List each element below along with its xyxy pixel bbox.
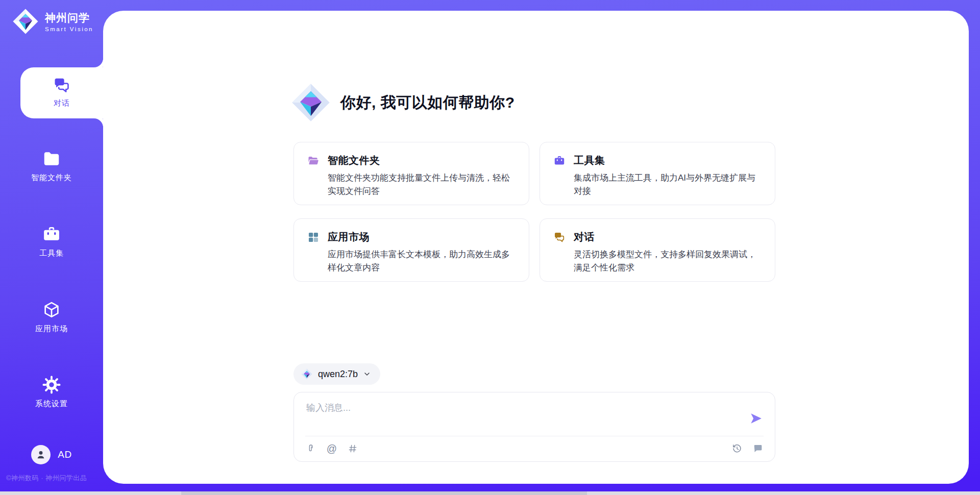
sidebar-item-label: 系统设置 xyxy=(35,399,68,409)
brand-logo-icon xyxy=(11,7,40,36)
card-description: 应用市场提供丰富长文本模板，助力高效生成多样化文章内容 xyxy=(328,248,517,274)
send-icon[interactable] xyxy=(749,412,763,425)
sidebar-item-settings[interactable]: 系统设置 xyxy=(0,375,103,409)
sidebar: 神州问学 Smart Vision 对话 智能文件夹 xyxy=(0,0,103,495)
app-subtitle: Smart Vision xyxy=(45,26,93,32)
hash-icon[interactable] xyxy=(347,443,358,454)
paperclip-icon[interactable] xyxy=(305,443,316,454)
sidebar-item-label: 对话 xyxy=(54,98,70,108)
sidebar-item-chat[interactable]: 对话 xyxy=(20,67,103,118)
greeting: 你好, 我可以如何帮助你? xyxy=(289,81,515,124)
feature-cards: 智能文件夹 智能文件夹功能支持批量文件上传与清洗，轻松实现文件问答 工具集 集成… xyxy=(293,142,775,282)
cube-icon xyxy=(42,300,61,319)
toolbox-icon xyxy=(42,225,61,244)
card-title: 智能文件夹 xyxy=(328,154,380,167)
app-title: 神州问学 xyxy=(45,11,93,25)
app-grid-icon xyxy=(307,231,320,243)
greeting-logo-icon xyxy=(289,81,332,124)
model-name: qwen2:7b xyxy=(318,369,358,380)
card-description: 集成市场上主流工具，助力AI与外界无缝扩展与对接 xyxy=(574,171,763,197)
at-icon[interactable]: @ xyxy=(326,443,337,454)
chat-icon xyxy=(53,76,71,94)
card-title: 应用市场 xyxy=(328,230,370,244)
sidebar-item-label: 智能文件夹 xyxy=(31,173,72,183)
composer-toolbar: @ xyxy=(305,439,764,458)
user-profile[interactable]: AD xyxy=(0,445,103,464)
history-icon[interactable] xyxy=(731,443,743,454)
user-name: AD xyxy=(58,449,71,460)
model-selector[interactable]: qwen2:7b xyxy=(293,363,380,385)
greeting-title: 你好, 我可以如何帮助你? xyxy=(340,92,515,113)
message-composer: @ xyxy=(293,392,775,462)
folder-icon xyxy=(42,149,61,168)
card-description: 智能文件夹功能支持批量文件上传与清洗，轻松实现文件问答 xyxy=(328,171,517,197)
scrollbar-thumb[interactable] xyxy=(181,491,587,495)
card-app-market[interactable]: 应用市场 应用市场提供丰富长文本模板，助力高效生成多样化文章内容 xyxy=(293,218,529,282)
person-icon xyxy=(35,449,47,461)
horizontal-scrollbar[interactable] xyxy=(0,491,980,495)
sidebar-item-smart-folder[interactable]: 智能文件夹 xyxy=(0,149,103,183)
brand-logo: 神州问学 Smart Vision xyxy=(11,7,93,36)
folder-open-icon xyxy=(307,155,320,167)
sidebar-item-toolbox[interactable]: 工具集 xyxy=(0,225,103,258)
card-title: 工具集 xyxy=(574,154,605,167)
sidebar-item-label: 应用市场 xyxy=(35,324,68,334)
avatar xyxy=(31,445,51,464)
copyright-text: ©神州数码 · 神州问学出品 xyxy=(6,474,106,483)
model-logo-icon xyxy=(301,368,313,380)
main-panel: 你好, 我可以如何帮助你? 智能文件夹 智能文件夹功能支持批量文件上传与清洗，轻… xyxy=(103,11,969,484)
comment-icon[interactable] xyxy=(752,443,764,454)
message-input[interactable] xyxy=(306,402,735,431)
chat-bubble-icon xyxy=(553,231,566,243)
gear-icon xyxy=(42,375,61,394)
card-chat[interactable]: 对话 灵活切换多模型文件，支持多样回复效果调试，满足个性化需求 xyxy=(540,218,775,282)
chevron-down-icon xyxy=(363,370,371,378)
card-toolbox[interactable]: 工具集 集成市场上主流工具，助力AI与外界无缝扩展与对接 xyxy=(540,142,775,205)
card-title: 对话 xyxy=(574,230,595,244)
card-description: 灵活切换多模型文件，支持多样回复效果调试，满足个性化需求 xyxy=(574,248,763,274)
sidebar-item-app-market[interactable]: 应用市场 xyxy=(0,300,103,334)
sidebar-item-label: 工具集 xyxy=(39,249,64,258)
briefcase-icon xyxy=(553,155,566,167)
composer-divider xyxy=(305,436,764,436)
card-smart-folder[interactable]: 智能文件夹 智能文件夹功能支持批量文件上传与清洗，轻松实现文件问答 xyxy=(293,142,529,205)
